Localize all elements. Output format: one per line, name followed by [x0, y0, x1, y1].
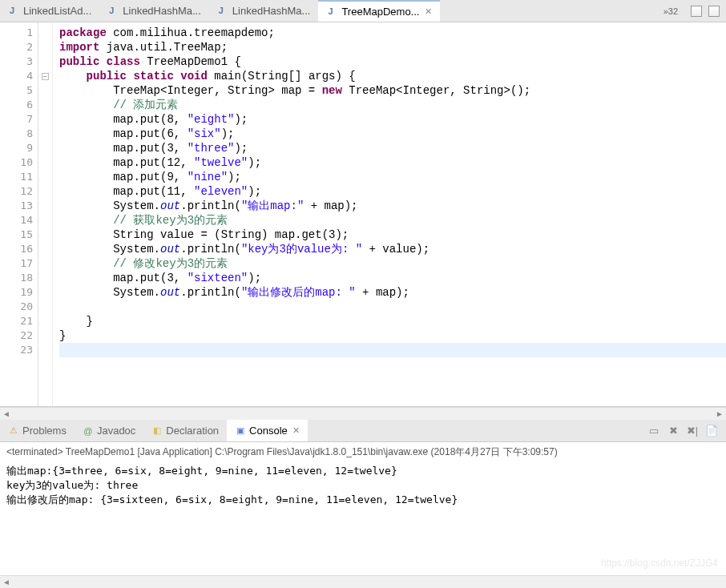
fold-toggle-icon[interactable]: −	[42, 73, 49, 80]
code-line[interactable]: System.out.println("输出修改后的map: " + map);	[59, 285, 726, 300]
code-editor: 1234567891011121314151617181920212223 − …	[0, 22, 726, 407]
code-line[interactable]: map.put(11, "eleven");	[59, 184, 726, 199]
scroll-left-icon[interactable]: ◄	[0, 409, 13, 418]
code-line[interactable]: // 获取key为3的元素	[59, 213, 726, 228]
minimize-button[interactable]	[691, 6, 702, 17]
line-number: 11	[0, 170, 38, 184]
code-line[interactable]: map.put(12, "twelve");	[59, 155, 726, 170]
editor-tab-2[interactable]: LinkedHashMa...	[209, 0, 319, 22]
code-line[interactable]: }	[59, 314, 726, 328]
watermark: https://blog.csdn.net/ZJJG4	[601, 558, 718, 569]
scroll-right-icon[interactable]: ►	[713, 409, 726, 418]
console-header: <terminated> TreeMapDemo1 [Java Applicat…	[0, 442, 726, 462]
clear-console-icon[interactable]: ✖|	[686, 425, 699, 437]
line-number: 9	[0, 141, 38, 155]
close-tab-icon[interactable]: ✕	[425, 6, 432, 17]
code-line[interactable]: String value = (String) map.get(3);	[59, 228, 726, 242]
code-line[interactable]: import java.util.TreeMap;	[59, 40, 726, 54]
code-line[interactable]: map.put(3, "three");	[59, 141, 726, 155]
console-line: 输出map:{3=three, 6=six, 8=eight, 9=nine, …	[6, 464, 720, 478]
editor-tab-3[interactable]: TreeMapDemo...✕	[318, 0, 440, 22]
line-number: 7	[0, 112, 38, 127]
line-number: 2	[0, 40, 38, 54]
code-line[interactable]: System.out.println("输出map:" + map);	[59, 199, 726, 213]
code-line[interactable]: // 添加元素	[59, 98, 726, 112]
remove-launch-icon[interactable]: ▭	[647, 425, 660, 437]
line-number: 19	[0, 285, 38, 300]
scroll-left-icon[interactable]: ◄	[0, 578, 13, 586]
code-line[interactable]: TreeMap<Integer, String> map = new TreeM…	[59, 83, 726, 98]
code-line[interactable]: map.put(8, "eight");	[59, 112, 726, 127]
view-tab-label: Problems	[22, 425, 67, 437]
console-icon: ▣	[235, 425, 246, 437]
view-tab-label: Declaration	[166, 425, 219, 437]
view-tab-javadoc[interactable]: @Javadoc	[75, 420, 143, 441]
editor-tab-1[interactable]: LinkedHashMa...	[99, 0, 209, 22]
tab-label: TreeMapDemo...	[341, 6, 419, 18]
code-line[interactable]: map.put(9, "nine");	[59, 170, 726, 184]
line-number: 21	[0, 314, 38, 328]
code-line[interactable]: map.put(3, "sixteen");	[59, 271, 726, 285]
line-number: 20	[0, 300, 38, 314]
tab-label: LinkedHashMa...	[123, 5, 201, 17]
java-file-icon	[217, 6, 228, 17]
editor-tab-0[interactable]: LinkedListAd...	[0, 0, 99, 22]
code-line[interactable]: package com.milihua.treemapdemo;	[59, 26, 726, 40]
view-tab-console[interactable]: ▣Console✕	[227, 420, 308, 441]
code-line[interactable]: }	[59, 328, 726, 343]
line-number: 12	[0, 184, 38, 199]
line-number: 5	[0, 83, 38, 98]
code-line[interactable]: public static void main(String[] args) {	[59, 69, 726, 83]
javadoc-icon: @	[83, 425, 94, 437]
declaration-icon: ◧	[151, 425, 163, 437]
line-number: 13	[0, 199, 38, 213]
editor-tab-bar: LinkedListAd...LinkedHashMa...LinkedHash…	[0, 0, 726, 22]
line-number: 10	[0, 155, 38, 170]
line-number: 6	[0, 98, 38, 112]
java-file-icon	[107, 6, 119, 17]
code-line[interactable]: // 修改key为3的元素	[59, 256, 726, 271]
code-line[interactable]	[59, 343, 726, 357]
problems-icon: ⚠	[8, 425, 19, 437]
tab-label: LinkedListAd...	[23, 5, 91, 17]
overflow-indicator[interactable]: »32	[657, 6, 684, 16]
bottom-tab-bar: ⚠Problems@Javadoc◧Declaration▣Console✕ ▭…	[0, 420, 726, 442]
line-number: 8	[0, 127, 38, 141]
view-tab-label: Console	[249, 425, 288, 437]
view-tab-declaration[interactable]: ◧Declaration	[143, 420, 227, 441]
line-number: 22	[0, 328, 38, 343]
code-area[interactable]: package com.milihua.treemapdemo;import j…	[53, 22, 726, 406]
view-tab-problems[interactable]: ⚠Problems	[0, 420, 75, 441]
line-number: 18	[0, 271, 38, 285]
remove-all-icon[interactable]: ✖	[667, 425, 680, 437]
code-line[interactable]: map.put(6, "six");	[59, 127, 726, 141]
line-number: 3	[0, 54, 38, 69]
view-tab-label: Javadoc	[97, 425, 135, 437]
horizontal-scrollbar[interactable]: ◄ ►	[0, 407, 726, 420]
maximize-button[interactable]	[708, 6, 720, 17]
pin-console-icon[interactable]: 📄	[705, 425, 718, 437]
line-number: 4	[0, 69, 38, 83]
java-file-icon	[326, 6, 337, 18]
code-line[interactable]	[59, 300, 726, 314]
line-number-gutter: 1234567891011121314151617181920212223	[0, 22, 38, 406]
line-number: 14	[0, 213, 38, 228]
line-number: 23	[0, 343, 38, 357]
fold-ruler: −	[38, 22, 53, 406]
line-number: 1	[0, 26, 38, 40]
code-line[interactable]: System.out.println("key为3的value为: " + va…	[59, 242, 726, 256]
code-line[interactable]: public class TreeMapDemo1 {	[59, 54, 726, 69]
line-number: 16	[0, 242, 38, 256]
close-view-icon[interactable]: ✕	[292, 425, 300, 436]
line-number: 17	[0, 256, 38, 271]
console-line: 输出修改后的map: {3=sixteen, 6=six, 8=eight, 9…	[6, 493, 720, 507]
tab-label: LinkedHashMa...	[232, 5, 311, 17]
console-line: key为3的value为: three	[6, 478, 720, 493]
line-number: 15	[0, 228, 38, 242]
console-horizontal-scrollbar[interactable]: ◄	[0, 575, 726, 588]
java-file-icon	[8, 6, 19, 17]
